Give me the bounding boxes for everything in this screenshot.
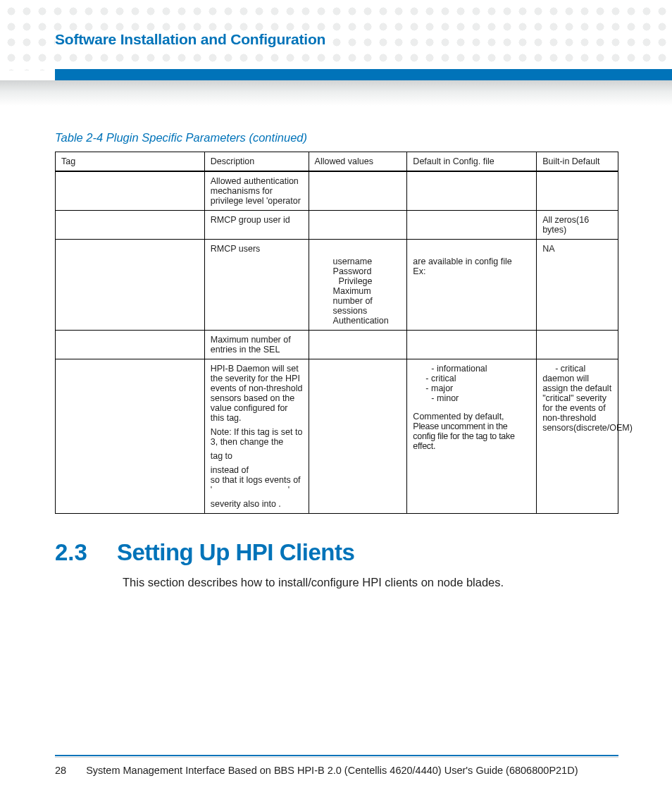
cell-builtin: All zeros(16 bytes): [537, 211, 618, 240]
footer-rule-blue: [55, 755, 618, 756]
cell-builtin: NA: [537, 240, 618, 331]
table-row: RMCP users username Password Privilege M…: [56, 240, 618, 331]
cell-desc: Maximum number of entries in the SEL: [204, 331, 309, 359]
desc-para: HPI-B Daemon will set the severity for t…: [211, 364, 303, 423]
cfg-line: Ex:: [413, 266, 425, 276]
cell-default-cfg: [407, 211, 537, 240]
page-content: Table 2-4 Plugin Specific Parameters (co…: [55, 131, 618, 589]
allowed-item: username: [315, 257, 402, 266]
desc-para: Note: If this tag is set to 3, then chan…: [211, 427, 303, 447]
cfg-level: - minor: [413, 393, 530, 403]
chapter-title: Software Installation and Configuration: [55, 31, 332, 48]
desc-para: instead of so that it logs events of ' ': [211, 465, 303, 495]
parameters-table: Tag Description Allowed values Default i…: [55, 152, 618, 514]
cell-tag: [56, 240, 205, 331]
cfg-tail: Please uncomment in the config file for …: [413, 421, 530, 451]
section-number: 2.3: [55, 539, 87, 566]
section-title: Setting Up HPI Clients: [117, 539, 354, 566]
cell-allowed: [309, 359, 407, 514]
table-caption: Table 2-4 Plugin Specific Parameters (co…: [55, 131, 618, 144]
cell-desc: Allowed authentication mechanisms for pr…: [204, 171, 309, 211]
cell-desc: RMCP users: [204, 240, 309, 331]
header-blue-bar: [55, 69, 672, 80]
cell-default-cfg: - informational - critical - major - min…: [407, 359, 537, 514]
page-footer: 28 System Management Interface Based on …: [55, 755, 618, 776]
cell-desc: HPI-B Daemon will set the severity for t…: [204, 359, 309, 514]
allowed-item: Password: [315, 266, 402, 276]
cell-desc: RMCP group user id: [204, 211, 309, 240]
table-row: Allowed authentication mechanisms for pr…: [56, 171, 618, 211]
cell-allowed: [309, 331, 407, 359]
allowed-item: Maximum number of sessions: [315, 286, 402, 316]
cfg-level: - critical: [413, 374, 530, 383]
cell-builtin: [537, 171, 618, 211]
cell-tag: [56, 359, 205, 514]
cfg-level: - major: [413, 383, 530, 393]
cell-default-cfg: [407, 331, 537, 359]
allowed-item: Privilege: [315, 276, 402, 286]
cell-tag: [56, 211, 205, 240]
cell-builtin: - critical daemon will assign the defaul…: [537, 359, 618, 514]
col-allowed: Allowed values: [309, 152, 407, 172]
table-row: RMCP group user id All zeros(16 bytes): [56, 211, 618, 240]
cfg-line: are available in config file: [413, 257, 511, 266]
section-body-text: This section describes how to install/co…: [123, 576, 618, 589]
builtin-tail: daemon will assign the default "critical…: [542, 374, 612, 433]
desc-para: tag to: [211, 451, 303, 461]
col-description: Description: [204, 152, 309, 172]
cell-allowed: [309, 211, 407, 240]
cell-builtin: [537, 331, 618, 359]
page-number: 28: [55, 765, 66, 776]
cell-default-cfg: are available in config file Ex:: [407, 240, 537, 331]
cell-tag: [56, 331, 205, 359]
builtin-lead: - critical: [542, 364, 612, 374]
header-gray-strip: [0, 80, 672, 106]
footer-rule-gray: [55, 757, 618, 758]
footer-text: System Management Interface Based on BBS…: [86, 765, 578, 776]
table-header-row: Tag Description Allowed values Default i…: [56, 152, 618, 172]
allowed-item: Authentication: [315, 316, 402, 326]
cell-tag: [56, 171, 205, 211]
col-tag: Tag: [56, 152, 205, 172]
table-row: Maximum number of entries in the SEL: [56, 331, 618, 359]
cell-allowed: [309, 171, 407, 211]
desc-para: severity also into .: [211, 499, 303, 509]
col-builtin-default: Built-in Default: [537, 152, 618, 172]
table-row: HPI-B Daemon will set the severity for t…: [56, 359, 618, 514]
cfg-tail: Commented by default,: [413, 412, 530, 421]
section-heading: 2.3 Setting Up HPI Clients: [55, 539, 618, 566]
cfg-level: - informational: [413, 364, 530, 374]
cell-default-cfg: [407, 171, 537, 211]
col-default-config: Default in Config. file: [407, 152, 537, 172]
cell-allowed: username Password Privilege Maximum numb…: [309, 240, 407, 331]
